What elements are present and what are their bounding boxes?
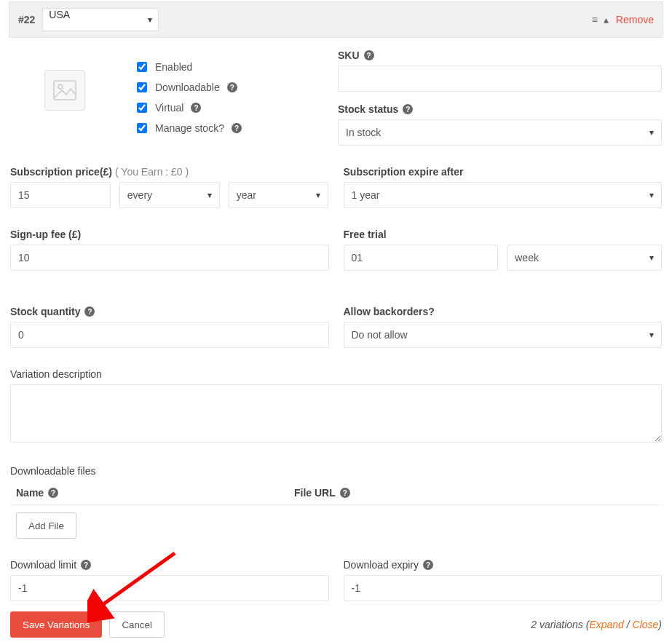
expire-value: 1 year [352,189,380,201]
backorders-label: Allow backorders? [344,306,663,317]
download-limit-input[interactable] [10,575,329,601]
virtual-checkbox-input[interactable] [137,103,147,113]
download-expiry-input[interactable] [344,575,663,601]
manage-stock-checkbox[interactable]: Manage stock? ? [134,121,323,135]
expire-select[interactable]: 1 year [344,182,663,208]
free-trial-unit-value: week [515,252,539,263]
signup-fee-label: Sign-up fee (£) [10,229,329,240]
help-icon[interactable]: ? [81,560,91,570]
save-variations-button[interactable]: Save Variations [10,611,102,638]
help-icon[interactable]: ? [191,103,201,113]
files-col-name: Name [16,487,44,499]
backorders-value: Do not allow [352,329,408,341]
files-col-url: File URL [294,487,336,499]
download-expiry-label: Download expiry ? [344,559,663,571]
expire-label: Subscription expire after [344,166,663,178]
price-hint: ( You Earn : £0 ) [115,166,189,178]
manage-stock-label: Manage stock? [155,122,224,134]
billing-period-select[interactable]: year [229,182,329,208]
expand-link[interactable]: Expand [589,619,623,630]
help-icon[interactable]: ? [227,82,237,92]
remove-link[interactable]: Remove [616,14,654,25]
stock-qty-input[interactable] [10,322,329,348]
manage-stock-checkbox-input[interactable] [137,123,147,133]
menu-icon[interactable]: ≡ [592,14,598,25]
price-input[interactable] [10,182,111,208]
collapse-icon[interactable]: ▴ [604,14,609,25]
enabled-checkbox[interactable]: Enabled [134,60,323,74]
help-icon[interactable]: ? [403,104,413,114]
stock-status-select[interactable]: In stock [338,119,662,146]
add-file-button[interactable]: Add File [16,512,76,539]
billing-period-value: year [237,189,256,201]
download-limit-label: Download limit ? [10,559,329,571]
help-icon[interactable]: ? [84,306,95,317]
stock-status-value: In stock [346,127,381,138]
variation-image-placeholder[interactable] [44,70,85,111]
sku-label: SKU ? [338,49,662,61]
cancel-button[interactable]: Cancel [109,611,165,638]
help-icon[interactable]: ? [232,123,242,133]
price-label: Subscription price(£) ( You Earn : £0 ) [10,166,329,178]
svg-point-1 [58,84,63,89]
virtual-checkbox[interactable]: Virtual ? [134,100,323,115]
files-table-header: Name ? File URL ? [10,481,662,505]
enabled-label: Enabled [155,61,192,73]
stock-qty-label: Stock quantity ? [10,306,329,317]
backorders-select[interactable]: Do not allow [344,322,663,348]
help-icon[interactable]: ? [364,50,374,60]
downloadable-label: Downloadable [155,82,220,93]
billing-every-value: every [127,189,152,201]
help-icon[interactable]: ? [340,488,350,498]
billing-every-select[interactable]: every [119,182,220,208]
variations-status: 2 variations (Expand / Close) [531,619,662,630]
image-placeholder-icon [53,80,76,100]
help-icon[interactable]: ? [48,488,58,498]
free-trial-unit-select[interactable]: week [507,245,662,271]
attribute-select[interactable]: USA [42,8,159,31]
description-label: Variation description [10,368,662,380]
free-trial-input[interactable] [344,245,499,271]
help-icon[interactable]: ? [423,560,433,570]
downloadable-files-label: Downloadable files [10,465,662,477]
description-textarea[interactable] [10,384,662,443]
downloadable-checkbox[interactable]: Downloadable ? [134,80,323,95]
variation-number: #22 [18,14,35,25]
variation-header: #22 USA ≡ ▴ Remove [9,1,663,38]
enabled-checkbox-input[interactable] [137,62,147,72]
downloadable-checkbox-input[interactable] [137,82,147,92]
free-trial-label: Free trial [344,229,663,240]
signup-fee-input[interactable] [10,245,329,271]
sku-input[interactable] [338,66,662,92]
virtual-label: Virtual [155,102,183,114]
attribute-select-value: USA [49,9,70,20]
stock-status-label: Stock status ? [338,103,662,115]
close-link[interactable]: Close [633,619,659,630]
